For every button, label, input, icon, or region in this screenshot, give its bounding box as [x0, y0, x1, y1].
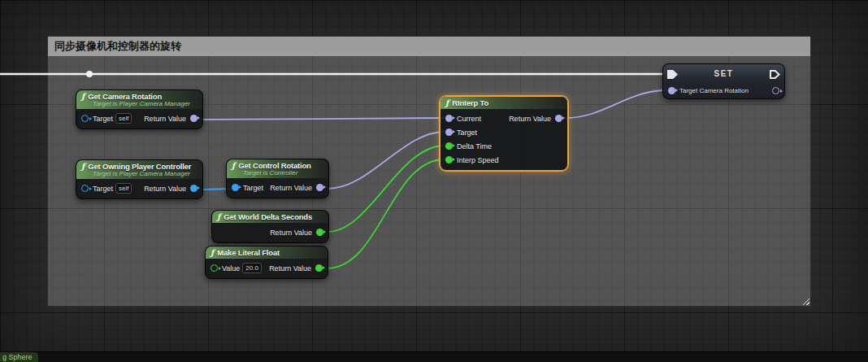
node-header[interactable]: ƒ Get Owning Player Controller Target is…	[76, 160, 202, 179]
return-value-output-pin[interactable]	[315, 264, 323, 272]
current-input-pin[interactable]	[445, 115, 453, 122]
node-header[interactable]: ƒ Get Control Rotation Target is Control…	[227, 159, 328, 178]
pin-row: Delta Time	[441, 139, 567, 153]
reroute-node[interactable]	[86, 71, 93, 77]
pin-row: Target Return Value	[227, 181, 328, 194]
node-header[interactable]: ƒ Get Camera Rotation Target is Player C…	[76, 90, 202, 109]
target-input-pin[interactable]	[232, 184, 239, 191]
pin-row: Current Return Value	[441, 111, 567, 125]
node-get-owning-player-controller[interactable]: ƒ Get Owning Player Controller Target is…	[76, 159, 203, 199]
float-value-box[interactable]: 20.0	[242, 263, 262, 273]
function-icon: ƒ	[445, 98, 449, 107]
variable-input-pin[interactable]	[668, 87, 675, 94]
pin-row: Target self Return Value	[76, 111, 202, 125]
pin-row: Value 20.0 Return Value	[206, 261, 328, 275]
wire-camera-rotation-to-current[interactable]	[202, 118, 445, 120]
node-make-literal-float[interactable]: ƒ Make Literal Float Value 20.0 Return V…	[205, 246, 328, 279]
node-get-camera-rotation[interactable]: ƒ Get Camera Rotation Target is Player C…	[76, 89, 203, 129]
pin-label: Target	[243, 184, 263, 192]
return-value-output-pin[interactable]	[316, 184, 323, 191]
delta-time-input-pin[interactable]	[445, 142, 453, 150]
function-icon: ƒ	[232, 161, 235, 170]
node-get-control-rotation[interactable]: ƒ Get Control Rotation Target is Control…	[226, 159, 329, 198]
asset-tab-label: g Sphere	[2, 353, 33, 361]
node-get-world-delta-seconds[interactable]: ƒ Get World Delta Seconds Return Value	[211, 210, 329, 243]
pin-label: Return Value	[144, 185, 186, 193]
wire-delta-seconds-to-delta-time[interactable]	[328, 146, 445, 232]
variable-output-pin[interactable]	[772, 87, 779, 94]
node-subtitle: Target is Player Camera Manager	[81, 100, 196, 107]
target-input-pin[interactable]	[445, 129, 453, 136]
pin-row: Return Value	[212, 225, 328, 239]
return-value-output-pin[interactable]	[555, 115, 562, 122]
node-subtitle: Target is Player Camera Manager	[81, 170, 196, 177]
pin-label: Target Camera Rotation	[679, 87, 749, 94]
pin-label: Target	[93, 115, 113, 123]
pin-row: Target	[441, 125, 567, 139]
function-icon: ƒ	[81, 92, 85, 101]
node-header[interactable]: ƒ Get World Delta Seconds	[212, 211, 328, 223]
wire-control-rotation-to-target[interactable]	[328, 132, 445, 189]
pin-row: Target Camera Rotation	[663, 82, 784, 98]
node-set-target-camera-rotation[interactable]: SET Target Camera Rotation	[662, 63, 785, 99]
node-rinterp-to[interactable]: ƒ RInterp To Current Return Value Target…	[440, 96, 568, 171]
wire-rinterp-to-set[interactable]	[565, 90, 667, 118]
pin-label: Return Value	[270, 184, 312, 192]
self-reference-box[interactable]: self	[115, 113, 132, 124]
pin-label: Return Value	[269, 264, 311, 273]
node-header[interactable]: ƒ Make Literal Float	[206, 246, 328, 259]
node-title: Make Literal Float	[217, 248, 280, 257]
pin-label: Return Value	[509, 115, 551, 123]
node-title: RInterp To	[452, 98, 488, 107]
status-bar: g Sphere	[0, 351, 868, 362]
pin-label: Return Value	[144, 115, 186, 123]
exec-in-pin[interactable]	[667, 70, 678, 79]
function-icon: ƒ	[210, 248, 214, 257]
pin-label: Return Value	[270, 229, 312, 237]
wire-literal-float-to-interp-speed[interactable]	[327, 159, 445, 268]
pin-label: Interp Speed	[457, 156, 499, 164]
return-value-output-pin[interactable]	[190, 185, 197, 192]
pin-row: Interp Speed	[441, 153, 567, 167]
pin-label: Value	[222, 264, 240, 273]
value-input-pin[interactable]	[210, 264, 218, 272]
node-title: SET	[714, 69, 734, 78]
pin-row: Target self Return Value	[76, 181, 202, 195]
pin-label: Delta Time	[457, 142, 492, 150]
node-header[interactable]: ƒ RInterp To	[441, 97, 567, 109]
target-input-pin[interactable]	[81, 185, 89, 192]
pin-label: Current	[457, 115, 481, 123]
function-icon: ƒ	[217, 212, 220, 221]
node-title: Get World Delta Seconds	[224, 212, 312, 221]
return-value-output-pin[interactable]	[190, 115, 197, 122]
return-value-output-pin[interactable]	[316, 229, 323, 236]
function-icon: ƒ	[81, 162, 85, 171]
pin-label: Target	[93, 185, 113, 193]
interp-speed-input-pin[interactable]	[445, 156, 453, 164]
asset-tab[interactable]: g Sphere	[0, 352, 38, 362]
target-input-pin[interactable]	[81, 115, 89, 122]
blueprint-canvas[interactable]: 同步摄像机和控制器的旋转 ƒ Get Camera Rotation Targe…	[0, 0, 868, 362]
exec-out-pin[interactable]	[770, 70, 780, 79]
pin-label: Target	[457, 129, 477, 137]
self-reference-box[interactable]: self	[115, 183, 132, 194]
node-subtitle: Target is Controller	[232, 169, 322, 177]
